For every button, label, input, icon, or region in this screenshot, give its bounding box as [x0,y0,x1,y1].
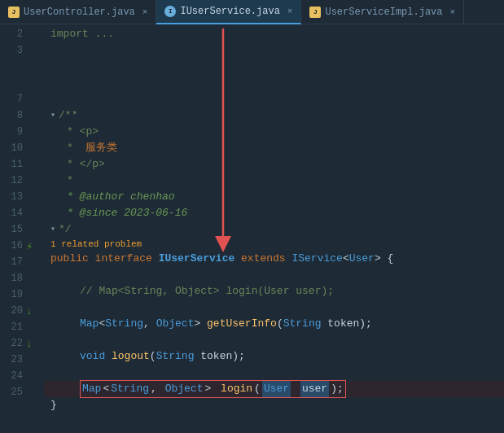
sel-user-type: User [262,381,291,397]
code-interface: interface [95,251,159,267]
code-line-24: Map < String , Object > login ( User use… [44,381,504,397]
code-line-3 [44,42,504,59]
tab-iuserservice[interactable]: I IUserService.java × [156,0,301,24]
code-line-25: } [44,397,504,413]
code-comma1: , [143,316,156,332]
code-line-18: // Map<String, Object> login(User user); [44,283,504,300]
tab-close-active-icon[interactable]: × [287,7,293,16]
code-obj1: Object [156,316,195,332]
code-token: * <p> [67,124,99,140]
code-iservice: IService [291,251,342,267]
selection-box: Map < String , Object > login ( User use… [80,380,346,398]
code-token: * [67,173,73,189]
code-angle3: < [103,381,109,397]
gutter-icon-22: ↓ [26,338,33,350]
code-line-8: ▾ /** [44,107,504,124]
code-token: * @since [67,205,117,221]
code-area: import ... ▾ /** * <p> * 服 [44,24,504,433]
code-line-22: void logout ( String token); [44,348,504,365]
code-line-2: import ... [44,26,504,42]
code-line-14: * @since 2023-06-16 [44,205,504,221]
code-bracket2: > { [375,251,393,267]
tab-bar: J UserController.java × I IUserService.j… [0,0,504,24]
code-close-brace: } [50,397,57,413]
tab-close-impl-icon[interactable]: × [450,7,456,17]
code-line-empty2 [44,75,504,91]
gutter-icon-20: ↓ [26,305,33,317]
code-user: User [349,251,375,267]
code-angle4: > [204,381,211,397]
code-line-13: * @author chenhao [44,189,504,205]
tab-usercontroller[interactable]: J UserController.java × [0,0,156,24]
code-bracket: < [343,251,349,267]
code-paren4: ); [331,381,344,397]
code-param2: token); [194,348,244,365]
code-space [213,381,219,397]
code-comma2: , [151,381,164,397]
code-user2: User [264,383,289,395]
code-map: Map [80,316,99,332]
code-line-9: * <p> [44,124,504,140]
gutter-area: ⚡ ↓ ↓ [26,24,44,433]
code-string4: String [111,381,149,397]
code-token-author: chenhao [124,189,174,205]
gutter-green-icon: ⚡ [26,239,33,253]
java-icon: J [8,7,20,18]
code-line-20: Map < String , Object > getUserInfo ( St… [44,316,504,332]
warning-text: 1 related problem [50,239,142,249]
code-angle1: < [99,316,105,332]
tab-userserviceimpl[interactable]: J UserServiceImpl.java × [301,0,464,24]
code-line-19 [44,300,504,316]
code-line-21 [44,332,504,348]
code-line-16: public interface IUserService extends IS… [44,251,504,267]
code-space2 [292,381,299,397]
code-getuserinfo: getUserInfo [207,316,277,332]
code-string3: String [156,348,195,365]
java-icon-impl: J [309,7,321,18]
code-line-17 [44,267,504,283]
tab-label: UserController.java [24,7,135,18]
warning-line: 1 related problem [44,238,504,251]
code-token: * @author [67,189,124,205]
code-void: void [80,348,112,365]
line-numbers: 2 3 7 8 9 10 11 12 13 14 15 16 17 18 19 … [0,24,26,433]
code-iuserservice: IUserService [159,251,241,267]
editor-window: J UserController.java × I IUserService.j… [0,0,504,433]
code-param1: token); [322,316,372,332]
code-paren1: ( [277,316,283,332]
code-line-12: * [44,173,504,189]
code-obj2: Object [165,381,204,397]
code-public: public [50,251,95,267]
code-string1: String [105,316,143,332]
tab-close-icon[interactable]: × [142,7,148,17]
code-line-11: * </p> [44,156,504,173]
code-line-7 [44,91,504,107]
iface-icon: I [164,6,176,17]
code-token: * </p> [67,156,105,173]
code-line-23 [44,365,504,381]
fold-icon-8[interactable]: ▾ [50,107,55,124]
code-token-since: 2023-06-16 [117,205,187,221]
code-map2: Map [82,381,101,397]
code-paren2: ( [150,348,156,365]
fold-icon-15[interactable]: ▾ [50,221,55,238]
code-login: login [221,381,252,397]
code-token-comment: // Map<String, Object> login(User user); [80,283,334,300]
code-extends: extends [241,251,291,267]
code-logout: logout [112,348,150,365]
code-token-service: 服务类 [85,140,117,156]
code-angle2: > [194,316,207,332]
code-line-10: * 服务类 [44,140,504,156]
sel-user-param: user [300,381,329,397]
code-line-15: ▾ */ [44,221,504,238]
code-paren3: ( [254,381,261,397]
code-token: */ [59,221,72,238]
tab-label: IUserService.java [180,6,279,17]
editor-body: 2 3 7 8 9 10 11 12 13 14 15 16 17 18 19 … [0,24,504,433]
code-userparam: user [302,383,327,395]
code-line-empty1 [44,59,504,75]
code-token: /** [59,107,77,124]
tab-label: UserServiceImpl.java [325,7,442,18]
code-token: import ... [50,26,114,42]
code-string2: String [283,316,322,332]
